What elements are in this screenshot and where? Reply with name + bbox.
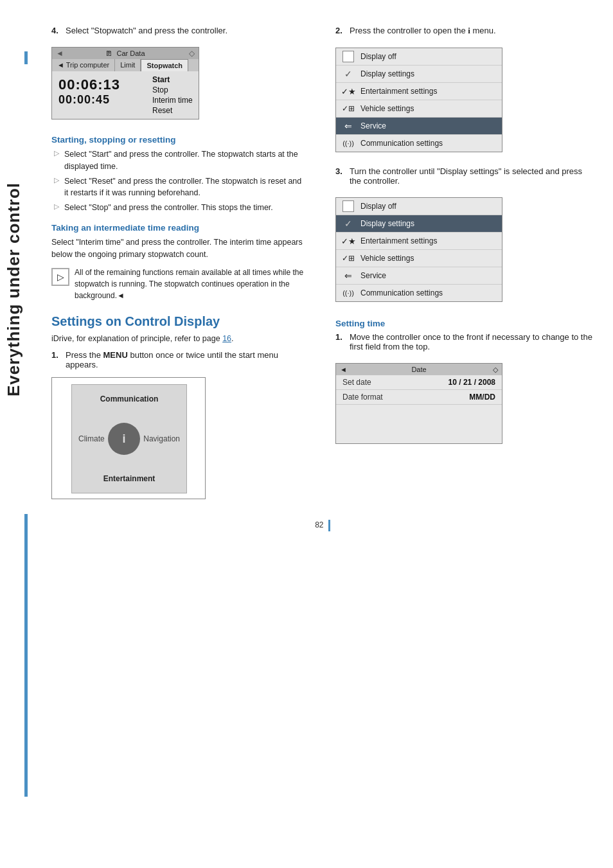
2-service-icon: ⇐ bbox=[341, 270, 355, 281]
screen-times: 00:06:13 00:00:45 bbox=[52, 71, 147, 119]
menu-item-stop[interactable]: Stop bbox=[152, 85, 193, 94]
idrive-i-icon: i bbox=[122, 432, 125, 446]
note-box: ▷ All of the remaining functions remain … bbox=[51, 267, 306, 301]
step-2: 2. Press the controller to open the i me… bbox=[335, 26, 594, 36]
step-4-number: 4. bbox=[51, 26, 62, 35]
comm-screen-inner: Communication Climate i Navigation Enter… bbox=[71, 384, 187, 493]
menu-item-comm-settings: ((·)) Communication settings bbox=[336, 135, 502, 152]
menu-item-start[interactable]: Start bbox=[152, 75, 193, 84]
service-icon: ⇐ bbox=[341, 120, 355, 132]
menu-screen-1: Display off ✓ Display settings ✓★ Entert… bbox=[335, 48, 502, 152]
date-format-label: Date format bbox=[342, 393, 469, 402]
2-check-star-icon: ✓★ bbox=[341, 236, 356, 246]
stopwatch-screen: ◄ 🖹 Car Data ◇ ◄ Trip computer Limit Sto… bbox=[51, 47, 199, 120]
menu-button-label: MENU bbox=[103, 350, 128, 360]
date-format-value: MM/DD bbox=[469, 393, 495, 402]
bullet-stop-text: Select "Stop" and press the controller. … bbox=[64, 202, 306, 214]
set-date-label: Set date bbox=[342, 378, 449, 387]
date-screen-empty-area bbox=[336, 405, 502, 443]
bullet-reset-text: Select "Reset" and press the controller.… bbox=[64, 175, 306, 200]
screen-header-icon: 🖹 bbox=[105, 49, 112, 57]
back-arrow-icon: ◄ bbox=[56, 49, 64, 58]
step-1-time-number: 1. bbox=[335, 332, 346, 351]
screen-header: ◄ 🖹 Car Data ◇ bbox=[52, 48, 199, 59]
vehicle-label: Vehicle settings bbox=[360, 104, 497, 113]
2-comm-icon: ((·)) bbox=[341, 287, 355, 299]
sidebar-title: Everything under control bbox=[0, 64, 28, 514]
screen-body: 00:06:13 00:00:45 Start Stop Interim tim… bbox=[52, 71, 199, 119]
step-4-text: Select "Stopwatch" and press the control… bbox=[66, 26, 306, 35]
screen-settings-icon: ◇ bbox=[189, 49, 195, 58]
section-interim-heading: Taking an intermediate time reading bbox=[51, 223, 306, 233]
display-settings-icon: ✓ bbox=[341, 68, 355, 80]
step-1-text: Press the MENU button once or twice unti… bbox=[66, 350, 306, 369]
display-settings-label: Display settings bbox=[360, 69, 497, 78]
check-bold-icon: ✓ bbox=[344, 218, 352, 229]
page-ref-link[interactable]: 16 bbox=[222, 334, 231, 343]
step-1-time: 1. Move the controller once to the front… bbox=[335, 332, 594, 351]
display-off-icon bbox=[341, 51, 355, 62]
step-1-settings: 1. Press the MENU button once or twice u… bbox=[51, 350, 306, 369]
left-column: 4. Select "Stopwatch" and press the cont… bbox=[51, 26, 313, 507]
tab-trip-computer[interactable]: ◄ Trip computer bbox=[52, 59, 115, 71]
service-label: Service bbox=[360, 121, 497, 130]
date-screen-header: ◄ Date ◇ bbox=[336, 364, 502, 375]
screen-header-title: Car Data bbox=[116, 49, 145, 57]
date-row-set-date: Set date 10 / 21 / 2008 bbox=[336, 375, 502, 390]
date-screen: ◄ Date ◇ Set date 10 / 21 / 2008 Date fo… bbox=[335, 363, 502, 444]
settings-on-control-display-heading: Settings on Control Display bbox=[51, 314, 306, 329]
tab-limit[interactable]: Limit bbox=[115, 59, 141, 71]
bullet-arrow-3: ▷ bbox=[54, 202, 60, 211]
menu-item-entertainment-settings: ✓★ Entertainment settings bbox=[336, 83, 502, 100]
2-comm-label: Communication settings bbox=[360, 288, 497, 297]
2-comm-waves-icon: ((·)) bbox=[342, 289, 354, 297]
menu-item-interim[interactable]: Interim time bbox=[152, 96, 193, 105]
menu-item-2-display-settings[interactable]: ✓ Display settings bbox=[336, 215, 502, 233]
menu-item-reset[interactable]: Reset bbox=[152, 106, 193, 115]
comm-left-label: Climate bbox=[78, 434, 105, 443]
menu-item-2-entertainment: ✓★ Entertainment settings bbox=[336, 233, 502, 250]
menu-item-display-settings: ✓ Display settings bbox=[336, 66, 502, 83]
page-number-line bbox=[328, 520, 330, 531]
screen-menu: Start Stop Interim time Reset bbox=[147, 71, 199, 119]
settings-para: iDrive, for explanation of principle, re… bbox=[51, 333, 306, 345]
step-1-number: 1. bbox=[51, 350, 62, 369]
comm-middle-row: Climate i Navigation bbox=[72, 423, 186, 455]
set-date-value: 10 / 21 / 2008 bbox=[449, 378, 495, 387]
step-3-text: Turn the controller until "Display setti… bbox=[350, 166, 594, 186]
time-secondary: 00:00:45 bbox=[58, 93, 141, 107]
menu-screen-2: Display off ✓ Display settings ✓★ Entert… bbox=[335, 197, 502, 302]
menu-item-display-off: Display off bbox=[336, 48, 502, 66]
step-2-number: 2. bbox=[335, 26, 346, 36]
stopwatch-screen-wrapper: ◄ 🖹 Car Data ◇ ◄ Trip computer Limit Sto… bbox=[51, 40, 199, 126]
setting-time-heading: Setting time bbox=[335, 319, 594, 328]
2-display-settings-label: Display settings bbox=[360, 219, 497, 228]
step-2-text: Press the controller to open the i menu. bbox=[350, 26, 594, 36]
bullet-arrow-1: ▷ bbox=[54, 149, 60, 157]
menu-item-vehicle-settings: ✓⊞ Vehicle settings bbox=[336, 100, 502, 118]
tab-stopwatch[interactable]: Stopwatch bbox=[141, 59, 188, 71]
bullet-start-text: Select "Start" and press the controller.… bbox=[64, 148, 306, 173]
menu-item-2-display-off: Display off bbox=[336, 198, 502, 215]
comm-top-label: Communication bbox=[100, 394, 159, 403]
sidebar-title-text: Everything under control bbox=[4, 182, 24, 396]
entertainment-icon: ✓★ bbox=[341, 85, 355, 97]
page-number-area: 82 bbox=[51, 520, 594, 544]
step-4: 4. Select "Stopwatch" and press the cont… bbox=[51, 26, 306, 35]
step-1-time-text: Move the controller once to the front if… bbox=[350, 332, 594, 351]
menu-item-2-vehicle: ✓⊞ Vehicle settings bbox=[336, 250, 502, 267]
menu-item-service[interactable]: ⇐ Service bbox=[336, 118, 502, 135]
interim-para: Select "Interim time" and press the cont… bbox=[51, 236, 306, 261]
i-icon-inline: i bbox=[468, 26, 470, 35]
bullet-reset: ▷ Select "Reset" and press the controlle… bbox=[51, 175, 306, 200]
screen-tabs: ◄ Trip computer Limit Stopwatch bbox=[52, 59, 199, 71]
time-main: 00:06:13 bbox=[58, 76, 141, 93]
comm-screen: Communication Climate i Navigation Enter… bbox=[51, 377, 206, 499]
2-service-label: Service bbox=[360, 271, 497, 280]
2-entertainment-icon: ✓★ bbox=[341, 235, 355, 247]
idrive-circle: i bbox=[108, 423, 140, 455]
comm-icon: ((·)) bbox=[342, 139, 354, 147]
2-display-off-label: Display off bbox=[360, 202, 497, 211]
display-off-label: Display off bbox=[360, 52, 497, 61]
menu-item-2-comm: ((·)) Communication settings bbox=[336, 285, 502, 301]
